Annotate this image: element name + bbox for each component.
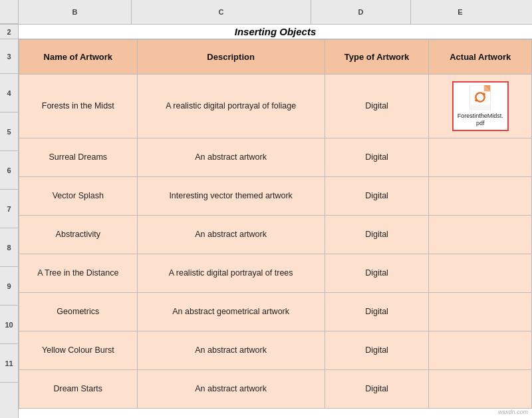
artwork-description: An abstract geometrical artwork [137,292,325,331]
artwork-actual [429,254,532,292]
table-row: Yellow Colour Burst An abstract artwork … [19,331,532,369]
header-name-of-artwork: Name of Artwork [19,40,138,75]
artwork-actual [429,138,532,176]
artwork-type: Digital [325,75,429,138]
watermark-text: wsxdn.com [498,409,528,415]
row-num-5: 5 [0,112,18,151]
corner-cell [0,0,19,24]
col-b-letter: B [19,0,132,24]
row-num-2: 2 [0,25,18,39]
artwork-name: A Tree in the Distance [19,254,138,292]
artwork-name: Abstractivity [19,215,138,254]
header-type-of-artwork: Type of Artwork [325,40,429,75]
artwork-actual: ForestintheMidst.pdf [429,75,532,138]
row-num-11: 11 [0,344,18,383]
artwork-name: Forests in the Midst [19,75,138,138]
artwork-description: Interesting vector themed artwork [137,176,325,215]
artwork-table: Name of Artwork Description Type of Artw… [19,39,532,409]
artwork-description: An abstract artwork [137,369,325,408]
header-actual-artwork: Actual Artwork [429,40,532,75]
pdf-filename: ForestintheMidst.pdf [458,112,503,127]
row-num-3: 3 [0,39,18,74]
row-num-6: 6 [0,151,18,190]
row-num-9: 9 [0,267,18,306]
artwork-description: A realistic digital portrayal of trees [137,254,325,292]
page-title: Inserting Objects [235,26,317,37]
artwork-name: Dream Starts [19,369,138,408]
artwork-description: An abstract artwork [137,215,325,254]
artwork-description: A realistic digital portrayal of foliage [137,75,325,138]
artwork-type: Digital [325,331,429,369]
table-row: Geometrics An abstract geometrical artwo… [19,292,532,331]
artwork-type: Digital [325,254,429,292]
row-num-4: 4 [0,74,18,112]
artwork-name: Surreal Dreams [19,138,138,176]
artwork-type: Digital [325,138,429,176]
pdf-embed[interactable]: ForestintheMidst.pdf [452,81,509,131]
table-row: A Tree in the Distance A realistic digit… [19,254,532,292]
col-d-letter: D [311,0,411,24]
table-row: Abstractivity An abstract artwork Digita… [19,215,532,254]
artwork-type: Digital [325,215,429,254]
artwork-description: An abstract artwork [137,331,325,369]
artwork-type: Digital [325,176,429,215]
table-row: Forests in the Midst A realistic digital… [19,75,532,138]
table-row: Vector Splash Interesting vector themed … [19,176,532,215]
pdf-icon [469,85,491,110]
artwork-actual [429,292,532,331]
artwork-name: Geometrics [19,292,138,331]
row-num-10: 10 [0,306,18,344]
artwork-name: Vector Splash [19,176,138,215]
spreadsheet: B C D E 2 3 4 5 6 7 8 9 10 11 Inserting … [0,0,532,418]
artwork-actual [429,215,532,254]
artwork-type: Digital [325,292,429,331]
table-header-row: Name of Artwork Description Type of Artw… [19,40,532,75]
col-e-letter: E [411,0,509,24]
row-num-7: 7 [0,190,18,228]
row-num-8: 8 [0,228,18,267]
artwork-actual [429,369,532,408]
table-row: Dream Starts An abstract artwork Digital [19,369,532,408]
table-row: Surreal Dreams An abstract artwork Digit… [19,138,532,176]
artwork-name: Yellow Colour Burst [19,331,138,369]
col-c-letter: C [132,0,311,24]
artwork-actual [429,331,532,369]
artwork-description: An abstract artwork [137,138,325,176]
artwork-type: Digital [325,369,429,408]
header-description: Description [137,40,325,75]
artwork-actual [429,176,532,215]
svg-rect-5 [470,104,490,110]
